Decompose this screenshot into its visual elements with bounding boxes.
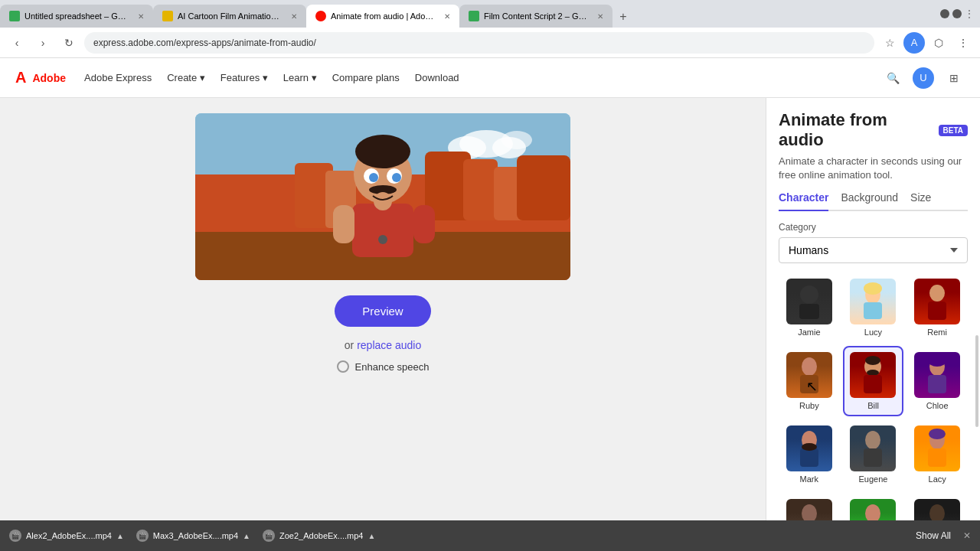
tab-close-1[interactable]: ✕ [138, 12, 144, 21]
more-options-icon[interactable]: ⋮ [952, 32, 974, 54]
svg-rect-42 [800, 448, 818, 467]
reload-button[interactable]: ↻ [58, 32, 80, 54]
svg-point-25 [800, 285, 818, 304]
char-avatar-chloe [914, 352, 960, 398]
tab-close-2[interactable]: ✕ [291, 12, 297, 21]
char-card-lacy[interactable]: Lacy [906, 419, 968, 490]
download-name-1: Alex2_AdobeEx....mp4 [26, 531, 112, 540]
tab-favicon-4 [469, 11, 479, 21]
char-card-eugene[interactable]: Eugene [843, 419, 904, 490]
nav-links: Adobe Express Create ▾ Features ▾ Learn … [84, 72, 459, 83]
tab-favicon-2 [162, 11, 173, 21]
download-arrow-1[interactable]: ▲ [116, 532, 124, 540]
download-name-2: Max3_AdobeEx....mp4 [153, 531, 238, 540]
tab-background[interactable]: Background [841, 191, 898, 211]
char-card-lucy[interactable]: Lucy [843, 272, 904, 343]
download-arrow-3[interactable]: ▲ [368, 532, 375, 540]
user-avatar-header[interactable]: U [913, 67, 934, 89]
download-arrow-2[interactable]: ▲ [243, 532, 250, 540]
tab-animate[interactable]: Animate from audio | Adobe E... ✕ [306, 5, 459, 28]
back-button[interactable]: ‹ [6, 32, 28, 54]
svg-point-40 [928, 354, 946, 367]
tab-size[interactable]: Size [910, 191, 931, 211]
char-card-ruby[interactable]: Ruby [779, 346, 840, 416]
nav-features[interactable]: Features ▾ [220, 72, 268, 83]
profile-icon[interactable]: A [903, 32, 925, 54]
nav-adobe-express[interactable]: Adobe Express [84, 72, 152, 83]
search-icon[interactable]: 🔍 [882, 67, 903, 89]
tab-character[interactable]: Character [779, 191, 828, 211]
nav-create[interactable]: Create ▾ [167, 72, 205, 83]
char-name-lacy: Lacy [929, 474, 946, 484]
char-card-remi[interactable]: Remi [906, 272, 968, 343]
new-tab-button[interactable]: + [612, 6, 634, 28]
svg-point-4 [501, 131, 532, 149]
beta-badge: BETA [939, 125, 968, 136]
category-dropdown[interactable]: Humans [779, 237, 968, 263]
char-card-mark[interactable]: Mark [779, 419, 840, 490]
tab-close-3[interactable]: ✕ [444, 12, 450, 21]
svg-rect-39 [928, 375, 946, 393]
panel-title: Animate from audio BETA [779, 110, 968, 150]
downloads-bar: 🎬 Alex2_AdobeEx....mp4 ▲ 🎬 Max3_AdobeEx.… [0, 520, 980, 551]
downloads-close-button[interactable]: ✕ [963, 530, 971, 541]
characters-grid: Jamie Lucy Remi Ruby [779, 272, 968, 551]
window-more-button[interactable]: ⋮ [965, 8, 974, 19]
nav-compare[interactable]: Compare plans [332, 72, 400, 83]
minimize-button[interactable] [940, 9, 949, 18]
preview-button[interactable]: Preview [335, 295, 430, 327]
download-item-2[interactable]: 🎬 Max3_AdobeEx....mp4 ▲ [136, 530, 250, 542]
enhance-speech-radio[interactable] [337, 360, 349, 373]
nav-learn[interactable]: Learn ▾ [283, 72, 317, 83]
show-all-button[interactable]: Show All [916, 530, 951, 541]
adobe-text: Adobe [32, 72, 66, 84]
char-name-ruby: Ruby [799, 401, 819, 410]
svg-rect-47 [928, 448, 946, 467]
adobe-logo[interactable]: A Adobe [15, 69, 66, 86]
replace-audio-link[interactable]: replace audio [357, 339, 421, 351]
tab-favicon-3 [315, 11, 326, 21]
download-item-3[interactable]: 🎬 Zoe2_AdobeEx....mp4 ▲ [263, 530, 375, 542]
forward-button[interactable]: › [32, 32, 54, 54]
tab-label-4: Film Content Script 2 – Google... [484, 11, 590, 21]
char-card-jamie[interactable]: Jamie [779, 272, 840, 343]
address-bar[interactable]: express.adobe.com/express-apps/animate-f… [84, 32, 874, 54]
svg-point-29 [864, 282, 882, 295]
canvas-background [195, 113, 570, 280]
tab-favicon-1 [9, 11, 20, 21]
tab-cartoon[interactable]: AI Cartoon Film Animation – G... ✕ [153, 5, 306, 28]
char-card-bill[interactable]: Bill [843, 346, 904, 416]
svg-rect-26 [799, 304, 819, 319]
panel-tabs: Character Background Size [779, 191, 968, 211]
tab-label-3: Animate from audio | Adobe E... [331, 11, 436, 21]
nav-download[interactable]: Download [415, 72, 459, 83]
char-avatar-eugene [850, 425, 896, 471]
svg-point-35 [865, 356, 880, 365]
apps-grid-icon[interactable]: ⊞ [943, 67, 965, 89]
svg-point-36 [867, 370, 879, 376]
download-item-1[interactable]: 🎬 Alex2_AdobeEx....mp4 ▲ [9, 530, 124, 542]
maximize-button[interactable] [952, 9, 962, 18]
char-avatar-jamie [786, 279, 832, 324]
panel-title-text: Animate from audio [779, 110, 933, 150]
tab-film[interactable]: Film Content Script 2 – Google... ✕ [459, 5, 612, 28]
user-avatar[interactable]: A [903, 32, 925, 54]
download-icon-3: 🎬 [263, 530, 275, 542]
tab-close-4[interactable]: ✕ [597, 12, 603, 21]
char-card-chloe[interactable]: Chloe [906, 346, 968, 416]
svg-rect-28 [864, 302, 882, 319]
char-name-lucy: Lucy [864, 328, 882, 337]
svg-point-32 [802, 357, 817, 376]
scroll-indicator [975, 335, 978, 427]
category-label: Category [779, 222, 968, 233]
bookmark-icon[interactable]: ☆ [879, 32, 900, 54]
tab-spreadsheet[interactable]: Untitled spreadsheet – Google... ✕ [0, 5, 153, 28]
extensions-icon[interactable]: ⬡ [928, 32, 949, 54]
char-avatar-lacy [914, 425, 960, 471]
svg-rect-45 [864, 448, 882, 467]
svg-point-43 [802, 443, 817, 451]
svg-point-23 [374, 192, 392, 210]
or-text: or [345, 339, 354, 351]
svg-point-17 [369, 173, 378, 182]
svg-rect-22 [413, 205, 435, 243]
